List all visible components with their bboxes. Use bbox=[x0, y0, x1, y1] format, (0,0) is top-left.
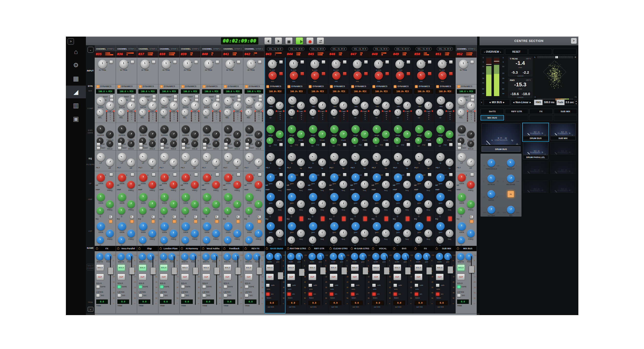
fader-track[interactable] bbox=[259, 256, 260, 305]
tab-blank-1[interactable] bbox=[528, 49, 552, 55]
channel-strip-038[interactable]: CHANNEL STRIP 2038 IN TRIMøDYNAMICS100.0… bbox=[158, 45, 180, 313]
gate-rel-knob[interactable] bbox=[415, 137, 422, 144]
width-knob[interactable] bbox=[330, 253, 337, 260]
comp-pk-button[interactable] bbox=[216, 98, 220, 102]
eq-in-button[interactable] bbox=[321, 216, 324, 221]
hmf-q-knob[interactable] bbox=[203, 207, 210, 214]
hp-filter-knob[interactable] bbox=[212, 159, 220, 166]
lp-filter-knob[interactable] bbox=[373, 153, 381, 161]
phase-button[interactable] bbox=[385, 60, 389, 64]
channel-power-icon[interactable] bbox=[202, 248, 204, 250]
fader-track[interactable] bbox=[110, 256, 111, 305]
ratio-knob[interactable] bbox=[139, 97, 148, 105]
comp-rel-knob[interactable] bbox=[118, 109, 125, 116]
comp-pk-button[interactable] bbox=[174, 98, 177, 102]
gate-range-knob[interactable] bbox=[436, 125, 445, 133]
gate-thold-knob[interactable] bbox=[446, 130, 454, 138]
hmf-freq-knob[interactable] bbox=[382, 200, 390, 208]
hp-filter-knob[interactable] bbox=[233, 159, 241, 166]
dynamics-power-icon[interactable] bbox=[372, 85, 375, 88]
hmf-freq-knob[interactable] bbox=[127, 200, 135, 208]
ratio-knob[interactable] bbox=[373, 96, 382, 105]
ratio-knob[interactable] bbox=[437, 96, 445, 105]
dynamics-power-icon[interactable] bbox=[181, 85, 184, 88]
channel-power-icon[interactable] bbox=[287, 248, 289, 250]
meter-slot-empty[interactable]: 048121620dBCOMPRESSION bbox=[550, 180, 576, 198]
fader-cap[interactable] bbox=[320, 267, 326, 275]
solo-button[interactable]: SOLO bbox=[202, 264, 210, 271]
hf-freq-knob[interactable] bbox=[382, 181, 390, 189]
comp-rel-knob[interactable] bbox=[139, 109, 146, 116]
lmf-q-knob[interactable] bbox=[309, 236, 316, 244]
gate-exp-button[interactable] bbox=[449, 143, 453, 146]
channel-device-icon[interactable]: ▣ bbox=[66, 112, 86, 125]
comp-thold-knob[interactable] bbox=[233, 102, 242, 110]
channel-strip-044[interactable]: SSL • SL 4K B044 in trimømicpreDYNAMICS1… bbox=[286, 45, 307, 313]
lmf-freq-knob[interactable] bbox=[127, 230, 135, 237]
channel-name[interactable]: Slap bbox=[137, 246, 158, 251]
width-knob[interactable] bbox=[181, 253, 188, 260]
hp-filter-knob[interactable] bbox=[191, 159, 199, 166]
comp-in-button[interactable]: IN bbox=[507, 191, 514, 198]
hf-freq-knob[interactable] bbox=[276, 181, 284, 189]
hp-filter-knob[interactable] bbox=[424, 159, 432, 166]
solo-button[interactable]: SOLO bbox=[394, 264, 401, 271]
fader-cap[interactable] bbox=[299, 269, 304, 276]
comp-s-c-hpf-knob[interactable] bbox=[487, 206, 495, 214]
phase-button[interactable] bbox=[279, 60, 283, 64]
lmf-q-knob[interactable] bbox=[352, 236, 359, 244]
gate-range-knob[interactable] bbox=[160, 125, 169, 133]
channel-strip-039[interactable]: CHANNEL STRIP 2039 IN TRIMøDYNAMICS100.0… bbox=[180, 45, 201, 313]
comp-rel-knob[interactable] bbox=[97, 109, 104, 116]
phase-button[interactable] bbox=[428, 60, 432, 64]
solo-button[interactable]: SOLO bbox=[457, 264, 465, 271]
gate-range-knob[interactable] bbox=[330, 125, 338, 133]
phase-button[interactable] bbox=[109, 60, 113, 64]
hf-freq-knob[interactable] bbox=[170, 181, 178, 189]
comp-thold-knob[interactable] bbox=[318, 102, 326, 109]
cut-button[interactable]: CUT bbox=[308, 274, 316, 280]
comp-thold-knob[interactable] bbox=[297, 102, 305, 109]
hmf-gain-knob[interactable] bbox=[458, 193, 466, 201]
gate-range-knob[interactable] bbox=[415, 125, 424, 133]
hf-freq-knob[interactable] bbox=[340, 181, 347, 189]
hp-filter-knob[interactable] bbox=[254, 159, 262, 166]
dynamics-power-icon[interactable] bbox=[457, 85, 460, 88]
lp-filter-knob[interactable] bbox=[330, 153, 338, 161]
lp-filter-knob[interactable] bbox=[266, 153, 275, 161]
width-knob[interactable] bbox=[308, 253, 316, 260]
hp-filter-knob[interactable] bbox=[106, 159, 114, 166]
gate-exp-button[interactable] bbox=[364, 143, 368, 146]
fader-cap[interactable] bbox=[108, 267, 114, 275]
gate-thold-knob[interactable] bbox=[403, 130, 411, 138]
solo-button[interactable]: SOLO bbox=[372, 264, 380, 271]
eq-in-button[interactable] bbox=[300, 216, 303, 221]
fader-cap[interactable] bbox=[193, 267, 198, 275]
hmf-freq-knob[interactable] bbox=[297, 200, 305, 208]
dynamics-power-icon[interactable] bbox=[436, 85, 439, 88]
hmf-q-knob[interactable] bbox=[97, 207, 104, 214]
lmf-freq-knob[interactable] bbox=[191, 230, 199, 237]
source-tab-FX[interactable]: FX bbox=[529, 109, 553, 114]
ratio-knob[interactable] bbox=[416, 96, 424, 105]
meter-slot-empty[interactable]: 048121620dBCOMPRESSION bbox=[550, 142, 576, 160]
lmf-gain-knob[interactable] bbox=[330, 222, 338, 231]
cut-button[interactable]: CUT bbox=[96, 274, 104, 280]
pre-button[interactable] bbox=[449, 72, 453, 75]
hmf-freq-knob[interactable] bbox=[212, 200, 220, 208]
hp-filter-knob[interactable] bbox=[382, 159, 390, 166]
ratio-knob[interactable] bbox=[203, 97, 211, 105]
channel-strip-047[interactable]: SSL • SL 4K B047 in trimømicpreDYNAMICS1… bbox=[350, 45, 371, 313]
width-knob[interactable] bbox=[118, 253, 125, 260]
hp-filter-knob[interactable] bbox=[446, 159, 454, 166]
hmf-freq-knob[interactable] bbox=[276, 200, 284, 208]
stop-button[interactable] bbox=[285, 37, 292, 44]
lp-filter-knob[interactable] bbox=[309, 153, 317, 161]
channel-strip-035[interactable]: CHANNEL STRIP 2035 IN TRIMøDYNAMICS100.0… bbox=[95, 45, 116, 313]
comp-thold-knob[interactable] bbox=[340, 102, 347, 109]
pre-button[interactable] bbox=[279, 72, 283, 75]
fader-cap[interactable] bbox=[363, 267, 368, 275]
eq-power-button[interactable] bbox=[470, 220, 474, 223]
width-knob[interactable] bbox=[138, 253, 146, 260]
comp-rel-knob[interactable] bbox=[203, 109, 210, 116]
